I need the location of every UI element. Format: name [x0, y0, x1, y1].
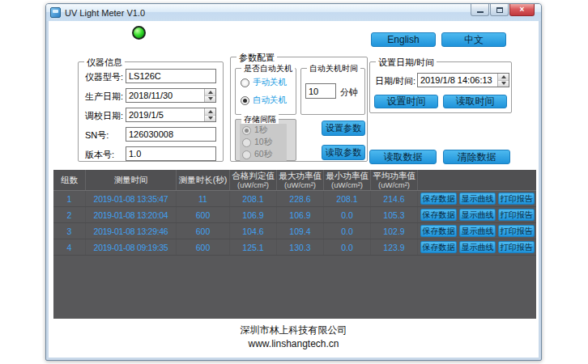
- shutdown-time-group: 自动关机时间 10 分钟: [300, 68, 365, 115]
- save-data-button[interactable]: 保存数据: [420, 225, 457, 237]
- window-controls: ×: [471, 4, 535, 16]
- table-row[interactable]: 1 2019-01-08 13:35:47 11 208.1 228.6 208…: [53, 191, 536, 207]
- table-row[interactable]: 3 2019-01-08 13:29:46 600 104.6 109.4 0.…: [53, 223, 536, 239]
- minimize-button[interactable]: [471, 4, 489, 16]
- radio-auto-shutdown[interactable]: 自动关机: [241, 95, 287, 106]
- print-report-button[interactable]: 打印报告: [498, 193, 535, 205]
- cell-min-power: 208.1: [324, 191, 371, 206]
- spinner-up-icon[interactable]: [205, 108, 215, 116]
- cell-avg-power: 123.9: [371, 239, 418, 255]
- datetime-spinner: [497, 74, 509, 87]
- cell-max-power: 228.6: [277, 191, 324, 206]
- cell-max-power: 109.4: [277, 223, 324, 239]
- cell-pass-value: 208.1: [230, 191, 277, 206]
- minimize-icon: [477, 11, 484, 13]
- production-date-spinner: [204, 89, 215, 102]
- footer-website[interactable]: www.linshangtech.cn: [49, 338, 539, 349]
- model-input[interactable]: LS126C: [126, 69, 216, 83]
- print-report-button[interactable]: 打印报告: [498, 209, 535, 221]
- datetime-group-title: 设置日期/时间: [376, 57, 437, 69]
- read-time-button[interactable]: 读取时间: [443, 95, 507, 108]
- chinese-language-button[interactable]: 中文: [441, 32, 506, 47]
- version-value: 1.0: [129, 149, 141, 159]
- cell-min-power: 0.0: [324, 223, 371, 239]
- instrument-group-title: 仪器信息: [84, 57, 125, 69]
- sn-input[interactable]: 126030008: [126, 127, 216, 142]
- clear-data-button[interactable]: 清除数据: [443, 150, 510, 164]
- set-time-button[interactable]: 设置时间: [374, 95, 438, 108]
- cell-max-power: 106.9: [277, 207, 324, 222]
- print-report-button[interactable]: 打印报告: [498, 241, 535, 253]
- model-value: LS126C: [129, 71, 161, 81]
- client-area: English 中文 仪器信息 仪器型号: LS126C 生产日期: 2018/…: [49, 21, 539, 358]
- show-curve-button[interactable]: 显示曲线: [459, 241, 496, 253]
- app-icon: [50, 7, 61, 18]
- spinner-up-icon[interactable]: [205, 89, 215, 96]
- version-label: 版本号:: [85, 149, 114, 161]
- col-header-time: 测量时间: [86, 170, 177, 190]
- version-input[interactable]: 1.0: [126, 146, 216, 161]
- save-data-button[interactable]: 保存数据: [420, 209, 457, 221]
- save-data-button[interactable]: 保存数据: [420, 193, 457, 205]
- radio-manual-shutdown[interactable]: 手动关机: [241, 77, 287, 88]
- set-params-button[interactable]: 设置参数: [322, 121, 365, 136]
- cell-pass-value: 125.1: [230, 239, 277, 255]
- print-report-button[interactable]: 打印报告: [498, 225, 535, 237]
- calibration-date-value: 2019/1/5: [129, 110, 164, 120]
- radio-icon: [241, 78, 249, 87]
- table-row[interactable]: 2 2019-01-08 13:20:04 600 106.9 106.9 0.…: [53, 207, 536, 223]
- production-date-label: 生产日期:: [85, 91, 123, 103]
- read-data-button[interactable]: 读取数据: [369, 150, 437, 164]
- title-bar[interactable]: UV Light Meter V1.0 ×: [46, 4, 541, 21]
- cell-duration: 600: [177, 239, 230, 255]
- shutdown-time-input[interactable]: 10: [305, 83, 336, 99]
- cell-min-power: 0.0: [324, 207, 371, 222]
- radio-icon: [242, 138, 251, 147]
- cell-avg-power: 102.9: [371, 223, 418, 239]
- datetime-value: 2019/1/8 14:06:13: [420, 75, 492, 85]
- col-header-group: 组数: [53, 170, 86, 190]
- read-params-button[interactable]: 读取参数: [322, 145, 365, 160]
- col-header-duration: 测量时长(秒): [177, 170, 230, 190]
- cell-measure-time: 2019-01-08 13:35:47: [86, 191, 177, 206]
- cell-min-power: 0.0: [324, 239, 371, 255]
- calibration-date-label: 调校日期:: [85, 110, 123, 122]
- spinner-down-icon[interactable]: [205, 116, 215, 122]
- storage-interval-group: 存储间隔 1秒 10秒 60秒: [235, 119, 296, 161]
- show-curve-button[interactable]: 显示曲线: [459, 209, 496, 221]
- row-actions: 保存数据 显示曲线 打印报告: [420, 191, 535, 206]
- english-language-button[interactable]: English: [371, 32, 436, 47]
- datetime-input[interactable]: 2019/1/8 14:06:13: [417, 73, 509, 87]
- cell-group-number: 4: [53, 239, 86, 255]
- radio-interval-10s: 10秒: [240, 136, 287, 149]
- cell-duration: 600: [177, 207, 230, 222]
- row-actions: 保存数据 显示曲线 打印报告: [420, 207, 535, 222]
- production-date-input[interactable]: 2018/11/30: [126, 88, 216, 103]
- param-config-group: 参数配置 是否自动关机 手动关机 自动关机 自动关机时间 10 分钟: [230, 57, 368, 162]
- cell-avg-power: 214.6: [371, 191, 418, 206]
- col-header-max-power: 最大功率值(uW/cm²): [277, 170, 324, 190]
- radio-interval-1s: 1秒: [240, 124, 287, 137]
- save-data-button[interactable]: 保存数据: [420, 241, 457, 253]
- table-header: 组数 测量时间 测量时长(秒) 合格判定值(uW/cm²) 最大功率值(uW/c…: [53, 170, 536, 191]
- model-label: 仪器型号:: [85, 71, 123, 83]
- maximize-button[interactable]: [490, 4, 509, 16]
- close-button[interactable]: ×: [509, 4, 535, 16]
- shutdown-mode-group: 是否自动关机 手动关机 自动关机: [235, 68, 296, 115]
- spinner-down-icon[interactable]: [205, 96, 215, 103]
- datetime-group: 设置日期/时间 日期/时间: 2019/1/8 14:06:13 设置时间 读取…: [369, 61, 512, 113]
- sn-value: 126030008: [129, 129, 173, 139]
- col-header-min-power: 最小功率值(uW/cm²): [324, 170, 371, 190]
- calibration-date-input[interactable]: 2019/1/5: [126, 108, 216, 122]
- spinner-up-icon[interactable]: [498, 74, 509, 81]
- cell-pass-value: 104.6: [230, 223, 277, 239]
- shutdown-time-unit: 分钟: [340, 87, 358, 99]
- show-curve-button[interactable]: 显示曲线: [459, 225, 496, 237]
- col-header-avg-power: 平均功率值(uW/cm²): [371, 170, 418, 190]
- cell-avg-power: 105.3: [371, 207, 418, 222]
- spinner-down-icon[interactable]: [498, 81, 509, 87]
- show-curve-button[interactable]: 显示曲线: [459, 193, 496, 205]
- app-window: UV Light Meter V1.0 × English 中文 仪器信息 仪器…: [45, 3, 542, 361]
- production-date-value: 2018/11/30: [129, 91, 173, 100]
- table-row[interactable]: 4 2019-01-08 09:19:35 600 125.1 130.3 0.…: [53, 239, 536, 256]
